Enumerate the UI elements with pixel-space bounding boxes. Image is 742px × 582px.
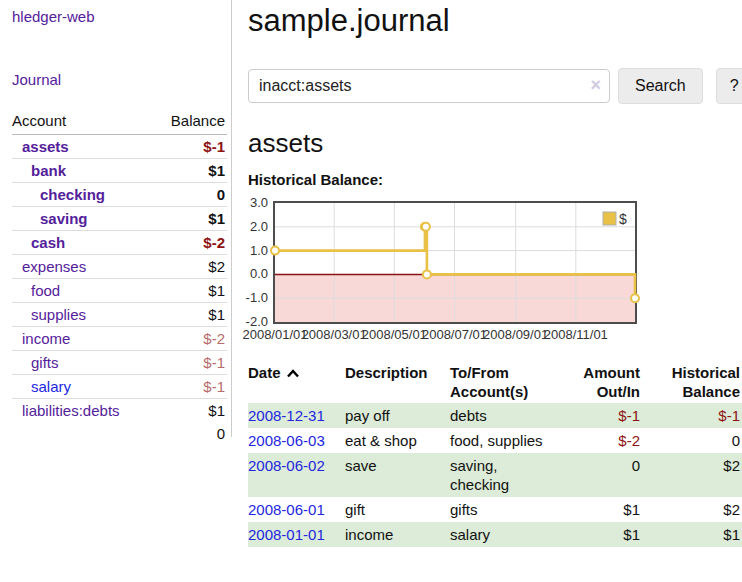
help-button[interactable]: ? (716, 68, 742, 104)
data-point-marker (271, 247, 279, 255)
account-row: supplies$1 (12, 303, 227, 327)
chart-plot-area: $ (273, 201, 643, 325)
transaction-date-link[interactable]: 2008-06-03 (248, 432, 325, 449)
data-point-marker (631, 294, 639, 302)
transaction-amount: $1 (570, 522, 642, 547)
account-row: food$1 (12, 279, 227, 303)
accounts-table: Account Balance assets$-1bank$1checking0… (12, 109, 227, 445)
account-balance: $1 (154, 303, 227, 327)
account-balance: $-2 (154, 231, 227, 255)
app-brand-link[interactable]: hledger-web (12, 8, 227, 25)
search-button[interactable]: Search (618, 68, 703, 104)
account-balance: $1 (154, 399, 227, 423)
sort-ascending-icon (286, 369, 300, 378)
transaction-amount: $-2 (570, 428, 642, 453)
y-axis-tick-label: 2.0 (236, 219, 268, 235)
account-row: expenses$2 (12, 255, 227, 279)
sidebar-account-link-bank[interactable]: bank (31, 162, 66, 179)
transaction-amount: $-1 (570, 403, 642, 428)
transaction-balance: $2 (642, 497, 742, 522)
transaction-date-link[interactable]: 2008-12-31 (248, 407, 325, 424)
data-point-marker (423, 270, 431, 278)
sidebar-account-link-income[interactable]: income (22, 330, 70, 347)
account-row: checking0 (12, 183, 227, 207)
register-row: 2008-06-02savesaving, checking0$2 (248, 453, 742, 497)
account-row: cash$-2 (12, 231, 227, 255)
transaction-amount: $1 (570, 497, 642, 522)
transaction-date-link[interactable]: 2008-06-01 (248, 501, 325, 518)
legend-swatch (603, 212, 616, 225)
clear-search-icon[interactable]: × (590, 75, 601, 95)
sidebar-account-link-saving[interactable]: saving (40, 210, 88, 227)
chart-title: Historical Balance: (248, 172, 742, 188)
register-table: Date Description To/From Account(s) Amou… (248, 361, 742, 547)
sidebar-account-link-gifts[interactable]: gifts (31, 354, 59, 371)
account-balance: $1 (154, 159, 227, 183)
sidebar-item-journal[interactable]: Journal (12, 71, 227, 88)
legend-label: $ (619, 211, 627, 227)
accounts-col-header-account: Account (12, 109, 154, 135)
transaction-balance: 0 (642, 428, 742, 453)
register-col-accounts: To/From Account(s) (450, 361, 570, 403)
transaction-date-link[interactable]: 2008-01-01 (248, 526, 325, 543)
sidebar-divider (231, 0, 232, 437)
account-balance: 0 (154, 183, 227, 207)
account-balance: $-1 (154, 351, 227, 375)
sidebar-account-link-assets[interactable]: assets (22, 138, 69, 155)
sidebar-account-link-food[interactable]: food (31, 282, 60, 299)
register-header-row: Date Description To/From Account(s) Amou… (248, 361, 742, 403)
historical-balance-chart: $ 3.02.01.00.0-1.0-2.02008/01/012008/03/… (248, 201, 742, 347)
account-row: assets$-1 (12, 135, 227, 159)
account-balance: $1 (154, 279, 227, 303)
transaction-balance: $2 (642, 453, 742, 497)
accounts-total-row: 0 (12, 422, 227, 445)
register-row: 2008-06-03eat & shopfood, supplies$-20 (248, 428, 742, 453)
transaction-amount: 0 (570, 453, 642, 497)
transaction-accounts: gifts (450, 500, 478, 519)
transaction-description: income (345, 522, 450, 547)
main-content: sample.journal × Search ? assets Histori… (248, 0, 742, 547)
register-col-description: Description (345, 361, 450, 403)
transaction-description: save (345, 453, 450, 497)
transaction-description: gift (345, 497, 450, 522)
page-title: sample.journal (248, 2, 742, 40)
transaction-accounts: saving, checking (450, 456, 550, 494)
sidebar-account-link-supplies[interactable]: supplies (31, 306, 86, 323)
account-balance: $-2 (154, 327, 227, 351)
register-row: 2008-12-31pay offdebts$-1$-1 (248, 403, 742, 428)
search-box: × (248, 69, 610, 103)
account-heading: assets (248, 128, 742, 158)
account-balance: $1 (154, 207, 227, 231)
account-row: liabilities:debts$1 (12, 399, 227, 423)
transaction-accounts: salary (450, 525, 490, 544)
search-input[interactable] (248, 69, 610, 103)
transaction-balance: $1 (642, 522, 742, 547)
y-axis-tick-label: -1.0 (236, 290, 268, 306)
register-row: 2008-06-01giftgifts$1$2 (248, 497, 742, 522)
sidebar-account-link-liabilities-debts[interactable]: liabilities:debts (22, 402, 120, 419)
transaction-balance: $-1 (642, 403, 742, 428)
sidebar-account-link-cash[interactable]: cash (31, 234, 65, 251)
transaction-accounts: debts (450, 406, 487, 425)
account-balance: $-1 (154, 375, 227, 399)
account-row: salary$-1 (12, 375, 227, 399)
transaction-date-link[interactable]: 2008-06-02 (248, 457, 325, 474)
transaction-description: pay off (345, 403, 450, 428)
data-point-marker (422, 223, 430, 231)
sidebar-account-link-expenses[interactable]: expenses (22, 258, 86, 275)
register-col-date[interactable]: Date (248, 361, 345, 403)
register-col-balance: Historical Balance (642, 361, 742, 403)
sidebar-account-link-salary[interactable]: salary (31, 378, 71, 395)
accounts-col-header-balance: Balance (154, 109, 227, 135)
register-col-amount: Amount Out/In (570, 361, 642, 403)
account-row: income$-2 (12, 327, 227, 351)
account-balance: $-1 (154, 135, 227, 159)
account-row: bank$1 (12, 159, 227, 183)
transaction-description: eat & shop (345, 428, 450, 453)
accounts-total-value: 0 (154, 422, 227, 445)
sidebar-account-link-checking[interactable]: checking (40, 186, 105, 203)
y-axis-tick-label: 0.0 (236, 266, 268, 282)
transaction-accounts: food, supplies (450, 431, 543, 450)
search-bar: × Search ? (248, 68, 742, 104)
y-axis-tick-label: 3.0 (236, 195, 268, 211)
